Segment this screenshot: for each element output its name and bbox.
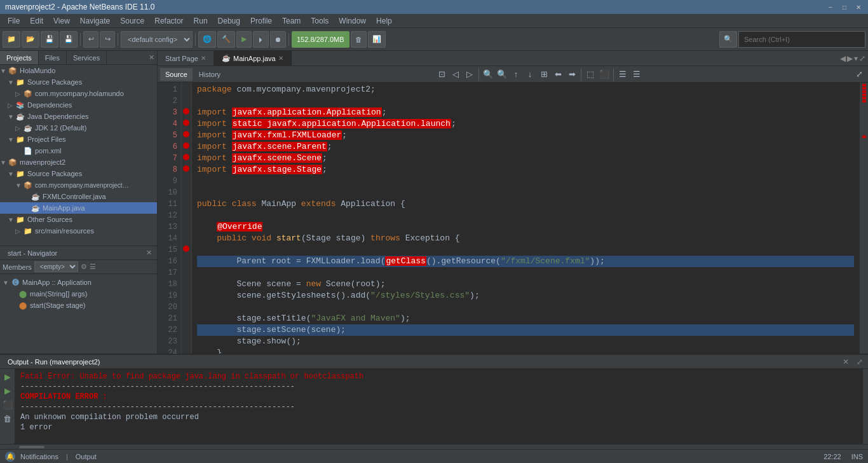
- tab-services[interactable]: Services: [67, 51, 107, 64]
- menu-tools[interactable]: Tools: [306, 15, 334, 27]
- debug-button[interactable]: ⏵: [253, 31, 269, 48]
- tab-mainapp[interactable]: ☕ MainApp.java ✕: [214, 51, 292, 66]
- tree-item-mainapp[interactable]: ☕ MainApp.java: [0, 202, 157, 214]
- tree-item-com2[interactable]: ▼ 📦 com.mycompany.mavenproject…: [0, 179, 157, 191]
- menu-profile[interactable]: Profile: [245, 15, 277, 27]
- nav-maximize-button[interactable]: ⤢: [859, 54, 865, 63]
- save-all-button[interactable]: 💾: [60, 31, 78, 48]
- search-input[interactable]: [738, 31, 865, 48]
- minimize-button[interactable]: −: [826, 3, 835, 11]
- run-again-button[interactable]: ▶: [1, 370, 14, 383]
- undo-button[interactable]: ↩: [83, 31, 98, 48]
- history-button[interactable]: History: [194, 68, 226, 81]
- save-button[interactable]: 💾: [41, 31, 58, 48]
- memory-button[interactable]: 152.8/287.0MB: [292, 31, 349, 48]
- config-select[interactable]: <default config>: [121, 31, 193, 48]
- tree-item-javadep1[interactable]: ▼ ☕ Java Dependencies: [0, 111, 157, 122]
- tab-close-start[interactable]: ✕: [201, 55, 206, 62]
- notifications-label[interactable]: Notifications: [20, 453, 58, 460]
- tree-item-mavenproject2[interactable]: ▼ 📦 mavenproject2: [0, 156, 157, 168]
- nav-fwd-button[interactable]: ➡: [566, 68, 578, 81]
- error-marker-4: [862, 93, 866, 96]
- gc-button[interactable]: 🗑: [351, 31, 367, 48]
- tab-files[interactable]: Files: [39, 51, 67, 64]
- prev-bookmark-button[interactable]: ◁: [449, 68, 462, 81]
- tree-item-othersources[interactable]: ▼ 📁 Other Sources: [0, 214, 157, 225]
- menu-source[interactable]: Source: [115, 15, 149, 27]
- nav-list-icon[interactable]: ☰: [90, 263, 96, 271]
- tree-item-holamundo[interactable]: ▼ 📦 HolaMundo: [0, 65, 157, 76]
- nav-next-button[interactable]: ▶: [847, 54, 853, 63]
- tab-projects[interactable]: Projects: [0, 51, 39, 64]
- tree-item-projectfiles1[interactable]: ▼ 📁 Project Files: [0, 134, 157, 145]
- tree-item-jdk12[interactable]: ▷ ☕ JDK 12 (Default): [0, 122, 157, 134]
- outline-button[interactable]: ☰: [630, 68, 643, 81]
- clear-output-button[interactable]: 🗑: [1, 412, 14, 425]
- toggle-button[interactable]: ⊞: [538, 68, 550, 81]
- tab-close-mainapp[interactable]: ✕: [278, 55, 283, 62]
- profile-button[interactable]: ⏺: [270, 31, 286, 48]
- menu-navigate[interactable]: Navigate: [75, 15, 115, 27]
- menu-run[interactable]: Run: [189, 15, 213, 27]
- zoom-button[interactable]: 🔍: [482, 68, 494, 81]
- nav-expand-button[interactable]: ▾: [854, 54, 858, 63]
- tree-item-srcmain[interactable]: ▷ 📁 src/main/resources: [0, 225, 157, 237]
- navigator-expand[interactable]: ✕: [144, 249, 154, 257]
- menu-refactor[interactable]: Refactor: [149, 15, 188, 27]
- members-filter[interactable]: <empty>: [34, 261, 78, 272]
- left-panel-close[interactable]: ✕: [146, 53, 157, 62]
- menu-team[interactable]: Team: [277, 15, 306, 27]
- tab-output[interactable]: Output - Run (mavenproject2): [3, 357, 105, 367]
- next-occurrence-button[interactable]: ↓: [524, 68, 536, 81]
- open-project-button[interactable]: 📂: [22, 31, 39, 48]
- code-content[interactable]: package com.mycompany.mavenproject2; imp…: [192, 83, 859, 354]
- stop-button[interactable]: ⬛: [598, 68, 611, 81]
- source-button[interactable]: Source: [160, 68, 193, 81]
- tree-item-pom1[interactable]: 📄 pom.xml: [0, 145, 157, 156]
- nav-item-start[interactable]: ⬤ start(Stage stage): [3, 300, 154, 311]
- clean-build-button[interactable]: 🔨: [217, 31, 235, 48]
- profile2-button[interactable]: 📊: [368, 31, 386, 48]
- output-label[interactable]: Output: [76, 453, 97, 460]
- output-scroll[interactable]: [863, 369, 868, 444]
- run-button[interactable]: ▶: [236, 31, 252, 48]
- tasks-button[interactable]: ☰: [616, 68, 629, 81]
- maximize-button[interactable]: □: [840, 3, 849, 11]
- toggle-bookmark-button[interactable]: ⊡: [435, 68, 448, 81]
- maximize-bottom-button[interactable]: ⤢: [854, 356, 865, 368]
- nav-settings-icon[interactable]: ⚙: [81, 263, 87, 271]
- tree-item-source-packages-1[interactable]: ▼ 📁 Source Packages: [0, 76, 157, 88]
- project-tree[interactable]: ▼ 📦 HolaMundo ▼ 📁 Source Packages ▷ 📦 co…: [0, 65, 157, 245]
- menu-file[interactable]: File: [3, 15, 25, 27]
- maximize-editor-button[interactable]: ⤢: [853, 68, 865, 81]
- build-button[interactable]: 🌐: [198, 31, 216, 48]
- menu-debug[interactable]: Debug: [213, 15, 245, 27]
- rerun-button[interactable]: ▶: [1, 384, 14, 397]
- tree-item-source-packages-2[interactable]: ▼ 📁 Source Packages: [0, 168, 157, 179]
- nav-item-main[interactable]: ⬤ main(String[] args): [3, 288, 154, 300]
- tree-label: Java Dependencies: [27, 113, 89, 120]
- code-editor[interactable]: 1 2 3 4 5 6 7 8 9 10 11 12 13 14 15 16 1…: [158, 83, 868, 354]
- tab-start-page[interactable]: Start Page ✕: [158, 51, 214, 66]
- new-project-button[interactable]: 📁: [3, 31, 20, 48]
- menu-view[interactable]: View: [48, 15, 75, 27]
- search-icon-button[interactable]: 🔍: [719, 31, 737, 48]
- redo-button[interactable]: ↪: [100, 31, 115, 48]
- menu-edit[interactable]: Edit: [25, 15, 48, 27]
- diff-button[interactable]: ⬚: [584, 68, 597, 81]
- close-bottom-button[interactable]: ✕: [840, 356, 851, 368]
- hscroll-thumb[interactable]: [19, 446, 44, 448]
- nav-back-button[interactable]: ⬅: [552, 68, 564, 81]
- close-button[interactable]: ✕: [854, 3, 863, 11]
- nav-item-mainapp[interactable]: ▼ 🅒 MainApp :: Application: [3, 277, 154, 288]
- nav-prev-button[interactable]: ◀: [840, 54, 846, 63]
- prev-occurrence-button[interactable]: ↑: [510, 68, 522, 81]
- tree-item-fxmlctrl[interactable]: ☕ FXMLController.java: [0, 191, 157, 202]
- next-bookmark-button[interactable]: ▷: [463, 68, 476, 81]
- search-button[interactable]: 🔍: [496, 68, 508, 81]
- menu-window[interactable]: Window: [334, 15, 371, 27]
- menu-help[interactable]: Help: [371, 15, 397, 27]
- tree-item-com1[interactable]: ▷ 📦 com.mycompany.holamundo: [0, 88, 157, 99]
- stop-output-button[interactable]: ⬛: [1, 398, 14, 411]
- tree-item-dependencies1[interactable]: ▷ 📚 Dependencies: [0, 99, 157, 111]
